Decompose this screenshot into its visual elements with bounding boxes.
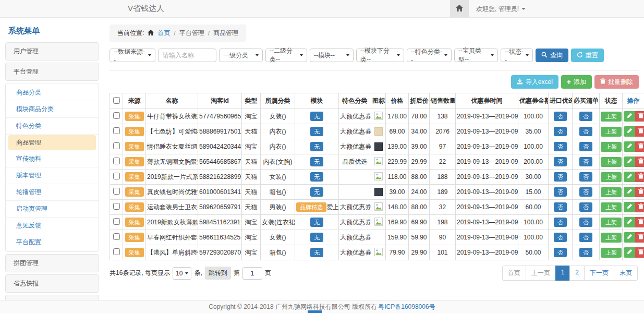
import-select-toggle[interactable]: 否 <box>554 187 567 197</box>
status-on-shelf-button[interactable]: 上架 <box>601 233 622 243</box>
breadcrumb-item[interactable]: 平台管理 <box>179 29 204 38</box>
must-buy-toggle[interactable]: 否 <box>579 157 592 166</box>
row-checkbox[interactable] <box>113 248 120 255</box>
row-checkbox[interactable] <box>113 158 120 164</box>
import-select-toggle[interactable]: 否 <box>554 233 567 242</box>
filter-feature-category[interactable]: --特色分类-- <box>407 49 452 62</box>
add-button[interactable]: + 添加 <box>561 75 592 89</box>
edit-button[interactable] <box>624 187 635 197</box>
import-excel-button[interactable]: 导入excel <box>511 75 558 89</box>
must-buy-toggle[interactable]: 否 <box>579 187 592 197</box>
source-badge[interactable]: 采集 <box>125 202 144 212</box>
edit-button[interactable] <box>624 126 635 137</box>
status-on-shelf-button[interactable]: 上架 <box>601 142 622 152</box>
filter-data-source[interactable]: --数据来源-- <box>110 49 155 62</box>
delete-button[interactable] <box>635 156 644 167</box>
module-badge[interactable]: 无 <box>310 218 323 227</box>
module-badge[interactable]: 无 <box>310 187 323 197</box>
must-buy-toggle[interactable]: 否 <box>579 248 592 257</box>
import-select-toggle[interactable]: 否 <box>554 127 567 136</box>
row-checkbox[interactable] <box>113 233 120 240</box>
row-checkbox[interactable] <box>113 142 120 149</box>
must-buy-toggle[interactable]: 否 <box>579 142 592 151</box>
row-checkbox[interactable] <box>113 127 120 134</box>
filter-status[interactable]: --状态-- <box>501 49 533 62</box>
status-on-shelf-button[interactable]: 上架 <box>601 172 622 182</box>
home-button[interactable] <box>450 0 469 18</box>
delete-button[interactable] <box>635 202 644 212</box>
import-select-toggle[interactable]: 否 <box>554 142 567 151</box>
status-on-shelf-button[interactable]: 上架 <box>601 157 622 167</box>
module-badge[interactable]: 无 <box>310 142 323 151</box>
edit-button[interactable] <box>624 232 635 243</box>
source-badge[interactable]: 采集 <box>125 157 144 166</box>
status-on-shelf-button[interactable]: 上架 <box>601 202 622 212</box>
must-buy-toggle[interactable]: 否 <box>579 233 592 242</box>
jump-to-button[interactable]: 跳转到 <box>205 267 231 280</box>
row-checkbox[interactable] <box>113 112 120 119</box>
sidebar-item-top[interactable]: 拼团管理 <box>5 254 99 272</box>
name-search-input[interactable] <box>158 49 216 62</box>
icp-link[interactable]: 粤ICP备16098006号 <box>378 303 435 311</box>
user-menu[interactable]: 欢迎您, 管理员! <box>476 5 526 14</box>
must-buy-toggle[interactable]: 否 <box>579 112 592 121</box>
sidebar-item-sub[interactable]: 特色分类 <box>6 118 99 135</box>
edit-button[interactable] <box>624 217 635 227</box>
breadcrumb-item[interactable]: 商品管理 <box>213 29 238 38</box>
module-badge[interactable]: 无 <box>310 172 323 182</box>
status-on-shelf-button[interactable]: 上架 <box>601 218 622 227</box>
sidebar-item-sub[interactable]: 平台配置 <box>6 234 99 250</box>
sidebar-item-top[interactable]: 省惠快报 <box>5 274 99 293</box>
module-badge[interactable]: 无 <box>310 127 323 136</box>
sidebar-item-sub[interactable]: 版本管理 <box>6 167 99 184</box>
page-button-下一页[interactable]: 下一页 <box>584 266 614 281</box>
import-select-toggle[interactable]: 否 <box>554 112 567 121</box>
status-on-shelf-button[interactable]: 上架 <box>601 127 622 137</box>
sidebar-item-sub[interactable]: 意见反馈 <box>6 218 99 234</box>
status-on-shelf-button[interactable]: 上架 <box>601 112 622 122</box>
must-buy-toggle[interactable]: 否 <box>579 172 592 182</box>
delete-button[interactable] <box>635 126 644 137</box>
source-badge[interactable]: 采集 <box>125 127 144 136</box>
edit-button[interactable] <box>624 247 635 258</box>
module-badge[interactable]: 无 <box>310 157 323 166</box>
delete-button[interactable] <box>635 172 644 182</box>
sidebar-item-active[interactable]: 商品管理 <box>8 135 96 150</box>
delete-button[interactable] <box>635 247 644 258</box>
page-button-末页[interactable]: 末页 <box>614 266 638 281</box>
page-size-select[interactable]: 10 <box>173 267 191 280</box>
module-badge[interactable]: 无 <box>310 248 323 257</box>
module-badge[interactable]: 品牌精选 <box>296 202 326 212</box>
import-select-toggle[interactable]: 否 <box>554 218 567 227</box>
delete-button[interactable] <box>635 217 644 227</box>
page-button-2[interactable]: 2 <box>569 266 585 281</box>
reset-button[interactable]: 重置 <box>571 49 604 62</box>
edit-button[interactable] <box>624 172 635 182</box>
sidebar-item-top[interactable]: 平台管理 <box>5 63 99 81</box>
import-select-toggle[interactable]: 否 <box>554 248 567 257</box>
delete-button[interactable] <box>635 141 644 152</box>
source-badge[interactable]: 采集 <box>125 172 144 182</box>
sidebar-item-sub[interactable]: 模块商品分类 <box>6 101 99 118</box>
source-badge[interactable]: 采集 <box>125 248 144 257</box>
page-button-上一页[interactable]: 上一页 <box>526 266 556 281</box>
filter-item-type[interactable]: --宝贝类型-- <box>454 49 498 62</box>
filter-module-sub[interactable]: --模块下分类-- <box>356 49 404 62</box>
search-button[interactable]: 查询 <box>536 49 568 62</box>
page-button-1[interactable]: 1 <box>555 266 570 281</box>
must-buy-toggle[interactable]: 否 <box>579 202 592 212</box>
sidebar-item-top[interactable]: 用户管理 <box>5 42 99 61</box>
batch-delete-button[interactable]: 批量删除 <box>594 75 639 89</box>
sidebar-item-sub[interactable]: 轮播管理 <box>6 184 99 201</box>
delete-button[interactable] <box>635 111 644 122</box>
edit-button[interactable] <box>624 202 635 212</box>
delete-button[interactable] <box>635 232 644 243</box>
source-badge[interactable]: 采集 <box>125 233 144 242</box>
status-on-shelf-button[interactable]: 上架 <box>601 187 622 197</box>
row-checkbox[interactable] <box>113 173 120 179</box>
edit-button[interactable] <box>624 141 635 152</box>
module-badge[interactable]: 无 <box>310 233 323 242</box>
row-checkbox[interactable] <box>113 188 120 195</box>
status-on-shelf-button[interactable]: 上架 <box>601 248 622 258</box>
filter-level2-category[interactable]: --二级分类-- <box>265 49 307 62</box>
